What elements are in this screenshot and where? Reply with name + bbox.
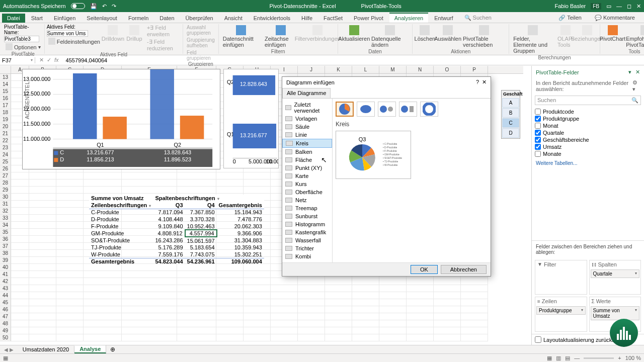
maximize-icon[interactable]: ◻ <box>627 3 631 10</box>
row-header[interactable]: 45 <box>0 299 11 306</box>
tab-file[interactable]: Datei <box>2 14 25 23</box>
chart-preview[interactable]: Q3 • C-Produkte• D-Produkte• F-Produkte•… <box>336 131 411 179</box>
col-header[interactable]: N <box>407 66 434 73</box>
tab-help[interactable]: Hilfe <box>296 14 317 23</box>
tab-devtools[interactable]: Entwicklertools <box>249 14 295 23</box>
chart-type-item[interactable]: Punkt (XY) <box>282 164 332 172</box>
row-header[interactable]: 33 <box>0 215 11 222</box>
row-header[interactable]: 13 <box>0 74 11 81</box>
chart-type-item[interactable]: Kastengrafik <box>282 228 332 236</box>
row-header[interactable]: 32 <box>0 208 11 215</box>
dialog-help-icon[interactable]: ? <box>476 79 479 85</box>
field-label[interactable]: Quartale <box>543 130 564 136</box>
comments-button[interactable]: 💬 Kommentare <box>590 13 640 23</box>
tab-view[interactable]: Ansicht <box>219 14 248 23</box>
window-mode-icon[interactable]: ▭ <box>606 3 611 10</box>
sheet-tab-1[interactable]: Umsatzdaten 2020 <box>18 346 74 353</box>
col-header[interactable]: J <box>298 66 325 73</box>
view-pagelayout-icon[interactable]: ▥ <box>556 355 561 361</box>
chart-type-item[interactable]: Balken <box>282 148 332 156</box>
pivot-table[interactable]: Summe von UmsatzSpaltenbeschriftungen ▾Z… <box>89 195 264 265</box>
chart-type-item[interactable]: Trichter <box>282 244 332 252</box>
col-header[interactable]: M <box>379 66 407 73</box>
add-sheet-button[interactable]: ⊕ <box>106 346 119 353</box>
row-header[interactable]: 15 <box>0 88 11 95</box>
change-datasource-button[interactable]: Datenquelle ändern <box>369 24 411 49</box>
sheet-tab-2[interactable]: Analyse <box>74 345 106 353</box>
recommended-pivots-button[interactable]: Empfohlene PivotTables <box>624 24 644 49</box>
row-header[interactable]: 16 <box>0 95 11 102</box>
slicer-item[interactable]: A <box>502 98 519 108</box>
tab-formulas[interactable]: Formeln <box>123 14 153 23</box>
field-label[interactable]: Geschäftsbereiche <box>543 137 589 143</box>
tab-start[interactable]: Start <box>26 14 48 23</box>
row-header[interactable]: 20 <box>0 123 11 130</box>
row-header[interactable]: 36 <box>0 236 11 243</box>
row-header[interactable]: 25 <box>0 158 11 165</box>
embedded-bar-chart[interactable]: ACHSENTITEL 13.000.000 12.500.000 12.000… <box>22 69 220 169</box>
tab-review[interactable]: Überprüfen <box>181 14 218 23</box>
col-header[interactable]: L <box>352 66 379 73</box>
fieldpane-search[interactable]: Suchen🔍 <box>535 96 641 105</box>
field-checkbox[interactable] <box>535 123 541 129</box>
tab-analyze[interactable]: Analysieren <box>389 13 428 23</box>
chart-type-item[interactable]: Oberfläche <box>282 188 332 196</box>
row-header[interactable]: 34 <box>0 222 11 229</box>
chart-type-item[interactable]: Netz <box>282 196 332 204</box>
col-header[interactable]: O <box>434 66 461 73</box>
view-normal-icon[interactable]: ▦ <box>547 355 552 361</box>
pivotchart-button[interactable]: PivotChart <box>602 24 623 43</box>
slicer-item[interactable]: C <box>502 118 519 128</box>
dialog-tab-all[interactable]: Alle Diagramme <box>282 88 331 98</box>
row-header[interactable]: 46 <box>0 306 11 313</box>
row-header[interactable]: 21 <box>0 130 11 137</box>
chart-type-item[interactable]: Treemap <box>282 204 332 212</box>
row-header[interactable]: 28 <box>0 179 11 187</box>
pie-subtype-barofpie[interactable] <box>399 102 417 117</box>
options-button[interactable]: Optionen ▾ <box>4 43 42 51</box>
zoom-value[interactable]: 100 % <box>625 355 641 361</box>
row-header[interactable]: 14 <box>0 81 11 88</box>
row-header[interactable]: 50 <box>0 334 11 341</box>
chart-type-item[interactable]: Linie <box>282 131 332 139</box>
clear-button[interactable]: Löschen <box>415 24 435 43</box>
tab-search[interactable]: 🔍 Suchen <box>459 13 497 23</box>
col-header[interactable]: K <box>325 66 352 73</box>
field-label[interactable]: Produktcode <box>543 109 574 115</box>
fieldpane-gear-icon[interactable]: ⚙ ▾ <box>632 79 640 93</box>
filter-area[interactable]: ▼ Filter <box>535 260 587 295</box>
values-item[interactable]: Summe von Umsatz <box>591 306 640 320</box>
user-avatar[interactable]: FB <box>591 3 601 10</box>
row-header[interactable]: 18 <box>0 109 11 116</box>
dialog-close-icon[interactable]: ✕ <box>482 79 487 85</box>
tab-powerpivot[interactable]: Power Pivot <box>349 14 388 23</box>
fields-items-button[interactable]: Felder, Elemente und Gruppen <box>511 24 554 55</box>
row-header[interactable]: 30 <box>0 194 11 201</box>
chart-type-item[interactable]: Wasserfall <box>282 236 332 244</box>
columns-item[interactable]: Quartale <box>591 269 640 278</box>
field-checkbox[interactable] <box>535 109 541 115</box>
row-header[interactable]: 49 <box>0 327 11 334</box>
row-header[interactable]: 41 <box>0 271 11 278</box>
row-header[interactable]: 42 <box>0 278 11 285</box>
fx-icon[interactable]: fx <box>54 57 59 63</box>
field-label[interactable]: Monate <box>543 151 561 157</box>
embedded-hbar-chart[interactable]: Q2 12.828.643 Q1 13.216.677 0 5.000.000 … <box>223 69 279 168</box>
sheet-nav[interactable]: ◀ ▶ <box>0 347 18 352</box>
field-label[interactable]: Umsatz <box>543 144 561 150</box>
pie-subtype-ofpie[interactable] <box>378 102 396 117</box>
row-header[interactable]: 19 <box>0 116 11 123</box>
name-box[interactable]: F37 <box>0 57 35 63</box>
tab-data[interactable]: Daten <box>154 14 179 23</box>
confirm-formula-icon[interactable]: ✓ <box>47 57 51 63</box>
field-checkbox[interactable] <box>535 151 541 157</box>
fieldpane-close-icon[interactable]: ✕ <box>635 69 640 75</box>
chart-type-item[interactable]: Säule <box>282 123 332 131</box>
pie-subtype-3d[interactable] <box>357 102 375 117</box>
row-header[interactable]: 24 <box>0 151 11 158</box>
row-header[interactable]: 26 <box>0 165 11 172</box>
col-header[interactable]: P <box>461 66 488 73</box>
chart-type-item[interactable]: Zuletzt verwendet <box>282 101 332 115</box>
row-header[interactable]: 35 <box>0 229 11 236</box>
row-header[interactable]: 22 <box>0 137 11 144</box>
